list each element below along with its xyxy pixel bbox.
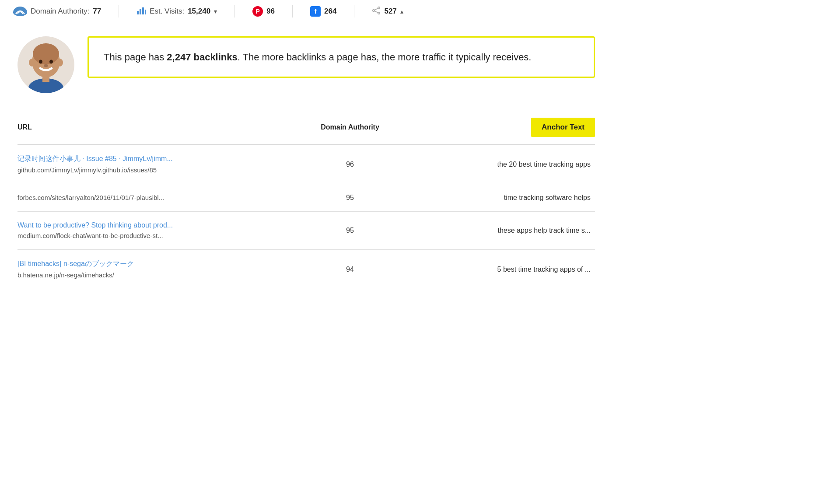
domain-authority-icon bbox=[13, 7, 27, 16]
svg-point-5 bbox=[373, 9, 374, 11]
info-section: This page has 2,247 backlinks. The more … bbox=[18, 36, 595, 93]
row-url-title[interactable]: [BI timehacks] n-segaのブックマーク bbox=[18, 259, 306, 269]
info-box: This page has 2,247 backlinks. The more … bbox=[88, 36, 595, 78]
row-anchor-text: 5 best time tracking apps of ... bbox=[394, 266, 595, 273]
table-row: Want to be productive? Stop thinking abo… bbox=[18, 212, 595, 250]
est-visits-chevron-down[interactable]: ▾ bbox=[214, 8, 217, 15]
row-da-value: 94 bbox=[306, 266, 394, 273]
svg-rect-18 bbox=[42, 75, 49, 82]
main-content: This page has 2,247 backlinks. The more … bbox=[0, 23, 612, 302]
anchor-text-button[interactable]: Anchor Text bbox=[531, 118, 595, 137]
svg-point-11 bbox=[29, 59, 35, 66]
divider-4 bbox=[354, 5, 354, 18]
row-url-section: 记录时间这件小事儿 · Issue #85 · JimmyLv/jimm...g… bbox=[18, 154, 306, 174]
divider-3 bbox=[292, 5, 293, 18]
facebook-item: f 264 bbox=[310, 6, 336, 17]
table-row: [BI timehacks] n-segaのブックマークb.hatena.ne.… bbox=[18, 250, 595, 289]
avatar bbox=[18, 36, 74, 93]
col-da-header: Domain Authority bbox=[306, 123, 394, 131]
svg-rect-3 bbox=[145, 10, 146, 14]
facebook-value: 264 bbox=[324, 7, 336, 16]
col-url-header: URL bbox=[18, 123, 306, 131]
info-box-suffix: . The more backlinks a page has, the mor… bbox=[238, 52, 532, 63]
row-da-value: 95 bbox=[306, 194, 394, 202]
backlinks-count: 2,247 backlinks bbox=[167, 52, 237, 63]
row-url-sub: medium.com/flock-chat/want-to-be-product… bbox=[18, 232, 163, 239]
svg-point-13 bbox=[33, 43, 59, 64]
row-da-value: 96 bbox=[306, 161, 394, 168]
table-row: 记录时间这件小事儿 · Issue #85 · JimmyLv/jimm...g… bbox=[18, 145, 595, 184]
pinterest-icon: P bbox=[252, 6, 263, 17]
row-url-section: Want to be productive? Stop thinking abo… bbox=[18, 221, 306, 240]
domain-authority-item: Domain Authority: 77 bbox=[13, 7, 101, 16]
svg-line-7 bbox=[374, 8, 378, 10]
row-url-section: forbes.com/sites/larryalton/2016/11/01/7… bbox=[18, 194, 306, 202]
divider-2 bbox=[234, 5, 235, 18]
table-header: URL Domain Authority Anchor Text bbox=[18, 111, 595, 145]
top-bar: Domain Authority: 77 Est. Visits: 15,240… bbox=[0, 0, 840, 23]
pinterest-item: P 96 bbox=[252, 6, 275, 17]
info-box-text: This page has 2,247 backlinks. The more … bbox=[104, 50, 579, 64]
row-anchor-text: the 20 best time tracking apps bbox=[394, 161, 595, 168]
svg-rect-0 bbox=[137, 11, 139, 14]
svg-rect-2 bbox=[142, 7, 144, 14]
row-anchor-text: these apps help track time s... bbox=[394, 227, 595, 234]
domain-authority-label: Domain Authority: bbox=[31, 7, 89, 16]
row-url-sub: b.hatena.ne.jp/n-sega/timehacks/ bbox=[18, 271, 114, 279]
table-row: forbes.com/sites/larryalton/2016/11/01/7… bbox=[18, 184, 595, 212]
avatar-image bbox=[18, 36, 74, 93]
svg-line-8 bbox=[374, 11, 378, 13]
domain-authority-value: 77 bbox=[93, 7, 101, 16]
row-url-sub: forbes.com/sites/larryalton/2016/11/01/7… bbox=[18, 194, 164, 201]
svg-point-4 bbox=[378, 7, 380, 8]
svg-point-14 bbox=[39, 60, 42, 64]
col-anchor-header: Anchor Text bbox=[394, 118, 595, 137]
svg-point-12 bbox=[57, 59, 63, 66]
svg-point-6 bbox=[378, 12, 380, 14]
row-url-section: [BI timehacks] n-segaのブックマークb.hatena.ne.… bbox=[18, 259, 306, 279]
pinterest-value: 96 bbox=[266, 7, 275, 16]
share-chevron-up[interactable]: ▴ bbox=[400, 8, 403, 15]
share-value: 527 bbox=[384, 7, 396, 16]
row-url-title[interactable]: 记录时间这件小事儿 · Issue #85 · JimmyLv/jimm... bbox=[18, 154, 306, 164]
svg-rect-1 bbox=[140, 9, 141, 14]
est-visits-label: Est. Visits: bbox=[150, 7, 184, 16]
facebook-icon: f bbox=[310, 6, 321, 17]
est-visits-item: Est. Visits: 15,240 ▾ bbox=[136, 7, 217, 17]
divider-1 bbox=[119, 5, 119, 18]
row-url-title[interactable]: Want to be productive? Stop thinking abo… bbox=[18, 221, 306, 229]
share-icon bbox=[372, 7, 381, 17]
row-anchor-text: time tracking software helps bbox=[394, 194, 595, 202]
share-item: 527 ▴ bbox=[372, 7, 403, 17]
table-body: 记录时间这件小事儿 · Issue #85 · JimmyLv/jimm...g… bbox=[18, 145, 595, 289]
svg-point-16 bbox=[44, 64, 48, 67]
row-url-sub: github.com/JimmyLv/jimmylv.github.io/iss… bbox=[18, 166, 157, 174]
est-visits-value: 15,240 bbox=[188, 7, 210, 16]
svg-point-15 bbox=[49, 60, 53, 64]
bar-chart-icon bbox=[136, 7, 146, 17]
row-da-value: 95 bbox=[306, 227, 394, 234]
